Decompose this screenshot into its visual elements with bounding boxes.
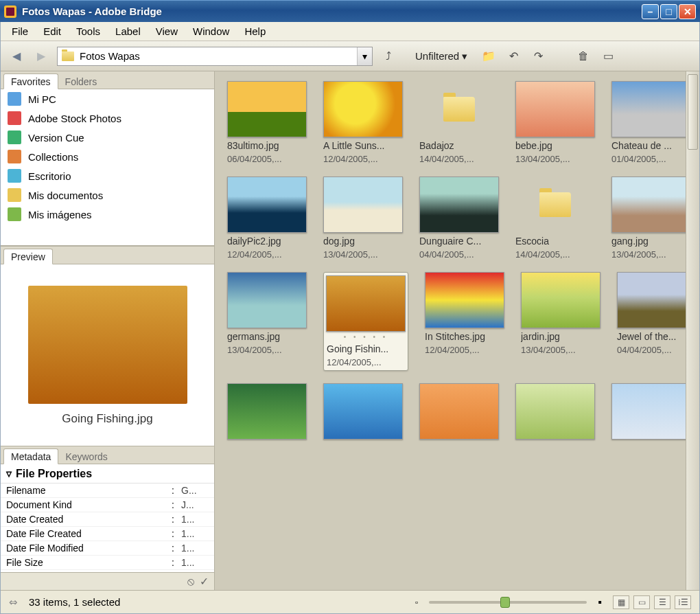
path-dropdown[interactable]: Fotos Wapas ▾ bbox=[57, 47, 373, 66]
menu-edit[interactable]: Edit bbox=[36, 23, 68, 40]
metadata-section-header[interactable]: ▿ File Properties bbox=[1, 464, 214, 484]
menu-help[interactable]: Help bbox=[237, 23, 272, 40]
scrollbar[interactable] bbox=[686, 71, 699, 590]
metadata-row: Filename: G... bbox=[1, 484, 214, 498]
thumbnail[interactable]: Dunguaire C...04/04/2005,... bbox=[419, 177, 499, 260]
favorites-icon bbox=[8, 111, 21, 125]
menu-label[interactable]: Label bbox=[108, 23, 148, 40]
menu-window[interactable]: Window bbox=[186, 23, 236, 40]
tab-folders[interactable]: Folders bbox=[58, 74, 104, 89]
thumbnail[interactable]: Badajoz14/04/2005,... bbox=[419, 81, 499, 164]
chevron-down-icon[interactable]: ▾ bbox=[357, 47, 372, 65]
thumbnail[interactable] bbox=[515, 383, 595, 445]
tab-keywords[interactable]: Keywords bbox=[58, 449, 114, 464]
thumbnail[interactable]: germans.jpg13/04/2005,... bbox=[227, 272, 307, 371]
thumbnail-image bbox=[521, 272, 600, 328]
thumbnail[interactable]: In Stitches.jpg12/04/2005,... bbox=[425, 272, 504, 371]
menu-tools[interactable]: Tools bbox=[69, 23, 107, 40]
forward-button[interactable]: ▶ bbox=[32, 47, 50, 65]
thumbnail-grid[interactable]: 83ultimo.jpg06/04/2005,...A Little Suns.… bbox=[215, 71, 699, 590]
favorites-label: Collections bbox=[28, 151, 78, 163]
thumb-small-icon[interactable]: ▫ bbox=[415, 598, 418, 607]
slider-knob[interactable] bbox=[500, 597, 510, 608]
favorites-icon bbox=[8, 188, 21, 202]
thumbnail[interactable] bbox=[419, 383, 499, 445]
thumbnail[interactable] bbox=[611, 383, 691, 445]
back-button[interactable]: ◀ bbox=[8, 47, 25, 65]
thumbnail[interactable]: jardin.jpg13/04/2005,... bbox=[521, 272, 600, 371]
metadata-value: G... bbox=[181, 485, 209, 496]
compact-mode-button[interactable]: ▭ bbox=[599, 47, 617, 65]
folder-icon bbox=[62, 52, 74, 61]
favorites-item[interactable]: Mi PC bbox=[1, 89, 214, 109]
thumbnail[interactable] bbox=[227, 383, 307, 445]
thumbnail[interactable]: dog.jpg13/04/2005,... bbox=[323, 177, 403, 260]
tab-favorites[interactable]: Favorites bbox=[3, 73, 58, 89]
metadata-value: 1... bbox=[181, 557, 209, 568]
thumbnail[interactable]: dailyPic2.jpg12/04/2005,... bbox=[227, 177, 307, 260]
rotate-left-button[interactable]: ↶ bbox=[504, 47, 522, 65]
preview-caption: Going Fishing.jpg bbox=[62, 412, 152, 426]
thumbnail-image bbox=[323, 177, 403, 233]
close-button[interactable]: ✕ bbox=[679, 4, 696, 19]
up-folder-button[interactable]: ⤴ bbox=[380, 47, 397, 65]
metadata-body: ▿ File Properties Filename: G...Document… bbox=[1, 464, 214, 572]
favorites-icon bbox=[8, 130, 21, 144]
thumbnail-name: germans.jpg bbox=[227, 331, 307, 342]
thumbnail-date: 14/04/2005,... bbox=[515, 249, 595, 260]
apply-icon[interactable]: ✓ bbox=[200, 575, 209, 588]
rotate-right-button[interactable]: ↷ bbox=[529, 47, 547, 65]
favorites-icon bbox=[8, 150, 21, 163]
thumbnail-image bbox=[326, 275, 406, 332]
favorites-item[interactable]: Collections bbox=[1, 147, 214, 166]
favorites-item[interactable]: Mis imágenes bbox=[1, 205, 214, 224]
thumbnail[interactable]: 83ultimo.jpg06/04/2005,... bbox=[227, 81, 307, 164]
favorites-item[interactable]: Escritorio bbox=[1, 166, 214, 185]
favorites-label: Mis documentos bbox=[28, 190, 103, 201]
metadata-value: J... bbox=[181, 499, 209, 510]
thumbnail-name: Chateau de ... bbox=[611, 140, 691, 151]
thumbnail[interactable]: • • • • •Going Fishin...12/04/2005,... bbox=[323, 272, 408, 371]
thumbnail[interactable]: bebe.jpg13/04/2005,... bbox=[515, 81, 595, 164]
thumbnail-name: dog.jpg bbox=[323, 236, 403, 247]
maximize-button[interactable]: □ bbox=[660, 4, 677, 19]
status-text: 33 items, 1 selected bbox=[29, 596, 120, 608]
thumbnail-image bbox=[419, 383, 499, 440]
favorites-item[interactable]: Mis documentos bbox=[1, 185, 214, 205]
favorites-label: Mi PC bbox=[28, 93, 56, 105]
thumbnail-folder bbox=[515, 177, 595, 233]
favorites-item[interactable]: Adobe Stock Photos bbox=[1, 109, 214, 128]
minimize-button[interactable]: – bbox=[642, 4, 659, 19]
thumbnail-size-slider[interactable] bbox=[429, 601, 587, 604]
menu-view[interactable]: View bbox=[149, 23, 185, 40]
chevron-down-icon: ▾ bbox=[462, 50, 467, 62]
thumbnail[interactable]: Chateau de ...01/04/2005,... bbox=[611, 81, 691, 164]
thumbnail[interactable]: gang.jpg13/04/2005,... bbox=[611, 177, 691, 260]
thumbnail-image bbox=[227, 81, 307, 137]
tab-metadata[interactable]: Metadata bbox=[3, 448, 58, 464]
scrollbar-thumb[interactable] bbox=[688, 74, 698, 150]
new-folder-button[interactable]: 📁 bbox=[480, 47, 498, 65]
thumbnail-image bbox=[227, 272, 307, 328]
preview-image bbox=[28, 286, 187, 404]
view-versions-button[interactable]: ⁞☰ bbox=[675, 595, 691, 609]
rating-dots[interactable]: • • • • • bbox=[327, 333, 405, 341]
favorites-item[interactable]: Version Cue bbox=[1, 128, 214, 147]
thumb-large-icon[interactable]: ▪ bbox=[598, 596, 602, 609]
menu-file[interactable]: File bbox=[5, 23, 35, 40]
favorites-label: Adobe Stock Photos bbox=[28, 113, 121, 124]
thumbnail[interactable] bbox=[323, 383, 403, 445]
favorites-label: Mis imágenes bbox=[28, 209, 92, 220]
view-filmstrip-button[interactable]: ▭ bbox=[633, 595, 650, 609]
thumbnail[interactable]: A Little Suns...12/04/2005,... bbox=[323, 81, 403, 164]
cancel-icon[interactable]: ⦸ bbox=[187, 576, 194, 588]
thumbnail[interactable]: Jewel of the...04/04/2005,... bbox=[617, 272, 697, 371]
sidebar: Favorites Folders Mi PCAdobe Stock Photo… bbox=[1, 71, 215, 590]
view-details-button[interactable]: ☰ bbox=[654, 595, 670, 609]
tab-preview[interactable]: Preview bbox=[3, 249, 53, 264]
filter-dropdown[interactable]: Unfiltered ▾ bbox=[415, 50, 467, 62]
trash-button[interactable]: 🗑 bbox=[574, 47, 592, 65]
resize-handle-icon[interactable]: ⇔ bbox=[9, 596, 18, 609]
view-thumbnails-button[interactable]: ▦ bbox=[613, 595, 629, 609]
thumbnail[interactable]: Escocia14/04/2005,... bbox=[515, 177, 595, 260]
